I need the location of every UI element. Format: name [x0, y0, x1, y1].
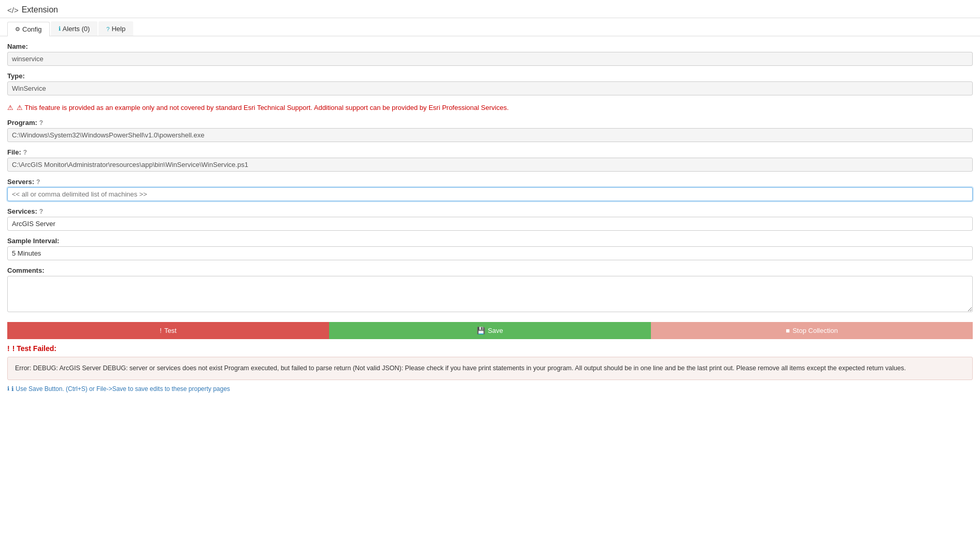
- file-help-icon[interactable]: ?: [23, 149, 27, 156]
- test-button[interactable]: ! Test: [7, 322, 329, 339]
- tab-alerts[interactable]: ℹ Alerts (0): [51, 21, 98, 36]
- program-label-text: Program:: [7, 119, 37, 127]
- error-message: Error: DEBUG: ArcGIS Server DEBUG: serve…: [15, 365, 906, 372]
- name-input[interactable]: [7, 52, 973, 66]
- services-label: Services: ?: [7, 207, 973, 215]
- program-help-icon[interactable]: ?: [39, 119, 43, 127]
- stop-icon: ■: [786, 327, 790, 334]
- services-help-icon[interactable]: ?: [39, 208, 43, 215]
- tab-config-label: Config: [22, 25, 42, 33]
- page-header: </> Extension: [0, 0, 980, 18]
- comments-label: Comments:: [7, 267, 973, 274]
- sample-interval-label: Sample Interval:: [7, 237, 973, 245]
- footer-hint-text: ℹ Use Save Button. (Ctrl+S) or File->Sav…: [11, 385, 230, 393]
- warning-bar: ⚠ ⚠ This feature is provided as an examp…: [7, 102, 973, 114]
- tabs-bar: ⚙ Config ℹ Alerts (0) ? Help: [0, 18, 980, 36]
- footer-info-icon: ℹ: [7, 385, 9, 392]
- type-input[interactable]: [7, 81, 973, 95]
- test-icon: !: [160, 327, 162, 334]
- servers-label-text: Servers:: [7, 178, 34, 186]
- tab-alerts-label: Alerts (0): [63, 25, 90, 33]
- file-label: File: ?: [7, 148, 973, 156]
- name-field-group: Name:: [7, 43, 973, 66]
- stop-label: Stop Collection: [792, 327, 837, 334]
- file-input[interactable]: [7, 158, 973, 172]
- servers-input[interactable]: [7, 187, 973, 201]
- stop-collection-button[interactable]: ■ Stop Collection: [651, 322, 973, 339]
- config-icon: ⚙: [15, 26, 20, 33]
- alerts-icon: ℹ: [59, 25, 61, 32]
- test-label: Test: [164, 327, 177, 334]
- servers-field-group: Servers: ?: [7, 178, 973, 201]
- warning-text: ⚠ This feature is provided as an example…: [17, 104, 509, 111]
- help-icon: ?: [106, 26, 109, 32]
- save-label: Save: [488, 327, 503, 334]
- test-result-heading: ! ! Test Failed:: [7, 344, 973, 353]
- error-box: Error: DEBUG: ArcGIS Server DEBUG: serve…: [7, 357, 973, 380]
- program-input[interactable]: [7, 128, 973, 142]
- services-field-group: Services: ?: [7, 207, 973, 231]
- program-field-group: Program: ?: [7, 119, 973, 142]
- test-failed-icon: !: [7, 344, 10, 353]
- tab-help[interactable]: ? Help: [98, 21, 133, 36]
- warning-icon: ⚠: [7, 104, 13, 111]
- tab-config[interactable]: ⚙ Config: [7, 22, 50, 36]
- page-title: Extension: [22, 5, 58, 15]
- name-label: Name:: [7, 43, 973, 50]
- servers-help-icon[interactable]: ?: [36, 178, 40, 186]
- file-label-text: File:: [7, 148, 21, 156]
- footer-hint[interactable]: ℹ ℹ Use Save Button. (Ctrl+S) or File->S…: [7, 385, 973, 393]
- comments-input[interactable]: [7, 276, 973, 312]
- comments-field-group: Comments:: [7, 267, 973, 314]
- test-failed-label: ! Test Failed:: [12, 344, 56, 353]
- save-button[interactable]: 💾 Save: [329, 322, 651, 339]
- action-bar: ! Test 💾 Save ■ Stop Collection: [7, 322, 973, 339]
- services-input[interactable]: [7, 217, 973, 231]
- file-field-group: File: ?: [7, 148, 973, 172]
- type-label: Type:: [7, 72, 973, 80]
- program-label: Program: ?: [7, 119, 973, 127]
- servers-label: Servers: ?: [7, 178, 973, 186]
- save-icon: 💾: [477, 327, 485, 334]
- code-icon: </>: [7, 6, 19, 15]
- sample-interval-input[interactable]: [7, 246, 973, 260]
- sample-interval-field-group: Sample Interval:: [7, 237, 973, 260]
- type-field-group: Type:: [7, 72, 973, 95]
- services-label-text: Services:: [7, 207, 37, 215]
- tab-help-label: Help: [111, 25, 125, 33]
